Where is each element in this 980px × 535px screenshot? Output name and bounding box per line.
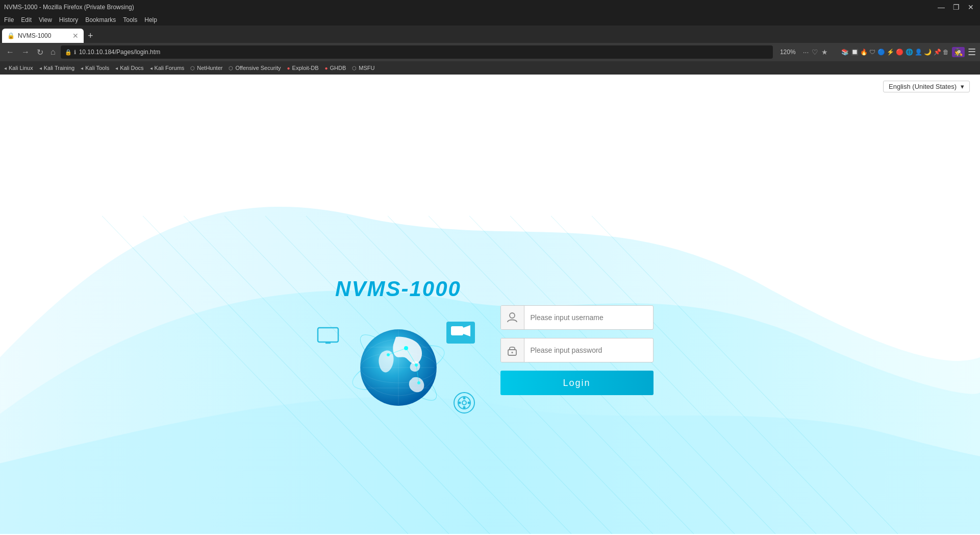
forward-button[interactable]: → (19, 46, 32, 58)
menu-help[interactable]: Help (144, 16, 157, 23)
page-content: English (United States) ▾ NVMS-1000 (0, 75, 980, 534)
svg-marker-17 (463, 325, 470, 336)
kali-docs-icon: ◂ (115, 65, 118, 71)
svg-point-40 (467, 402, 470, 404)
bookmark-label: MSFU (359, 65, 374, 71)
login-button[interactable]: Login (500, 371, 654, 395)
film-reel-icon (454, 392, 475, 414)
menu-bar: File Edit View History Bookmarks Tools H… (0, 14, 980, 26)
bookmark-label: Kali Tools (85, 65, 109, 71)
camera-icon (446, 322, 475, 344)
hamburger-menu[interactable]: ☰ (968, 46, 976, 58)
more-button[interactable]: ··· (803, 48, 809, 56)
window-title: NVMS-1000 - Mozilla Firefox (Private Bro… (4, 4, 134, 11)
exploit-db-icon: ● (287, 65, 290, 71)
bookmark-label: Kali Forums (155, 65, 185, 71)
svg-rect-16 (451, 326, 463, 335)
info-icon: ℹ (74, 49, 76, 56)
lang-label: English (United States) (889, 83, 957, 90)
home-button[interactable]: ⌂ (48, 46, 58, 58)
url-display: 10.10.10.184/Pages/login.htm (79, 48, 769, 56)
username-input[interactable] (524, 313, 653, 322)
address-bar[interactable]: 🔒 ℹ 10.10.10.184/Pages/login.htm (61, 45, 773, 59)
kali-forums-icon: ◂ (150, 65, 153, 71)
bookmark-exploit-db[interactable]: ● Exploit-DB (287, 65, 319, 71)
menu-edit[interactable]: Edit (21, 16, 32, 23)
chevron-down-icon: ▾ (961, 83, 964, 90)
bookmark-label: Kali Linux (9, 65, 33, 71)
bookmark-ghdb[interactable]: ● GHDB (325, 65, 346, 71)
bookmark-star[interactable]: ★ (821, 48, 828, 56)
window-controls: — ❐ ✕ (936, 3, 976, 11)
lock-icon: 🔒 (65, 49, 72, 56)
bookmark-kali-training[interactable]: ◂ Kali Training (39, 65, 75, 71)
left-section: NVMS-1000 (327, 277, 470, 424)
username-input-group (500, 305, 654, 330)
menu-bookmarks[interactable]: Bookmarks (85, 16, 116, 23)
bookmark-kali-docs[interactable]: ◂ Kali Docs (115, 65, 143, 71)
tab-icon: 🔒 (7, 32, 15, 39)
kali-linux-icon: ◂ (4, 65, 7, 71)
svg-point-38 (463, 406, 465, 409)
bookmark-label: Exploit-DB (292, 65, 319, 71)
password-input-group (500, 338, 654, 362)
bookmark-label: Offensive Security (235, 65, 281, 71)
svg-point-43 (512, 352, 513, 353)
menu-tools[interactable]: Tools (123, 16, 137, 23)
back-button[interactable]: ← (4, 46, 16, 58)
active-tab[interactable]: 🔒 NVMS-1000 ✕ (2, 29, 84, 43)
globe-svg (347, 317, 449, 419)
private-icon: 🕵 (952, 47, 965, 57)
zoom-level: 120% (776, 48, 800, 56)
bookmark-offensive-security[interactable]: ⬡ Offensive Security (229, 65, 281, 71)
offensive-security-icon: ⬡ (229, 65, 233, 71)
svg-point-39 (458, 402, 461, 404)
lock-icon (501, 338, 524, 362)
kali-tools-icon: ◂ (81, 65, 83, 71)
language-selector[interactable]: English (United States) ▾ (883, 81, 970, 92)
ghdb-icon: ● (325, 65, 328, 71)
restore-button[interactable]: ❐ (951, 3, 962, 11)
minimize-button[interactable]: — (936, 3, 947, 11)
browser-chrome: NVMS-1000 - Mozilla Firefox (Private Bro… (0, 0, 980, 75)
svg-point-36 (462, 401, 466, 405)
nethunter-icon: ⬡ (190, 65, 195, 71)
menu-file[interactable]: File (4, 16, 14, 23)
svg-point-41 (510, 313, 515, 318)
new-tab-button[interactable]: + (84, 29, 97, 43)
menu-view[interactable]: View (39, 16, 52, 23)
globe-area (327, 311, 470, 424)
nav-bar: ← → ↻ ⌂ 🔒 ℹ 10.10.10.184/Pages/login.htm… (0, 43, 980, 61)
bookmark-msfu[interactable]: ⬡ MSFU (352, 65, 374, 71)
bookmark-kali-tools[interactable]: ◂ Kali Tools (81, 65, 109, 71)
reload-button[interactable]: ↻ (35, 46, 45, 58)
svg-rect-13 (318, 328, 338, 342)
password-input[interactable] (524, 346, 653, 354)
svg-point-37 (463, 397, 465, 400)
app-title: NVMS-1000 (335, 277, 461, 301)
bookmark-label: Kali Training (44, 65, 75, 71)
pocket-icon[interactable]: ♡ (812, 48, 818, 56)
toolbar-icons: 📚 🔲 🔥 🛡 🔵 ⚡ 🔴 🌐 👤 🌙 📌 🗑 (841, 48, 949, 56)
title-bar: NVMS-1000 - Mozilla Firefox (Private Bro… (0, 0, 980, 14)
nav-extras: ··· ♡ ★ 📚 🔲 🔥 🛡 🔵 ⚡ 🔴 🌐 👤 🌙 📌 🗑 🕵 ☰ (803, 46, 976, 58)
tab-title: NVMS-1000 (18, 32, 51, 39)
bookmark-kali-forums[interactable]: ◂ Kali Forums (150, 65, 185, 71)
msfu-icon: ⬡ (352, 65, 357, 71)
bookmark-nethunter[interactable]: ⬡ NetHunter (190, 65, 222, 71)
kali-training-icon: ◂ (39, 65, 42, 71)
menu-history[interactable]: History (59, 16, 78, 23)
monitor-icon (317, 327, 342, 351)
bookmark-label: GHDB (330, 65, 346, 71)
tab-bar: 🔒 NVMS-1000 ✕ + (0, 26, 980, 43)
bookmark-kali-linux[interactable]: ◂ Kali Linux (4, 65, 33, 71)
user-icon (501, 306, 524, 329)
address-bar-icons: 🔒 ℹ (65, 49, 76, 56)
bookmark-label: NetHunter (197, 65, 222, 71)
login-form: Login (500, 305, 654, 395)
tab-close-button[interactable]: ✕ (72, 32, 79, 40)
close-button[interactable]: ✕ (966, 3, 976, 11)
bookmark-label: Kali Docs (120, 65, 143, 71)
bookmarks-bar: ◂ Kali Linux ◂ Kali Training ◂ Kali Tool… (0, 61, 980, 75)
login-container: NVMS-1000 (0, 166, 980, 534)
